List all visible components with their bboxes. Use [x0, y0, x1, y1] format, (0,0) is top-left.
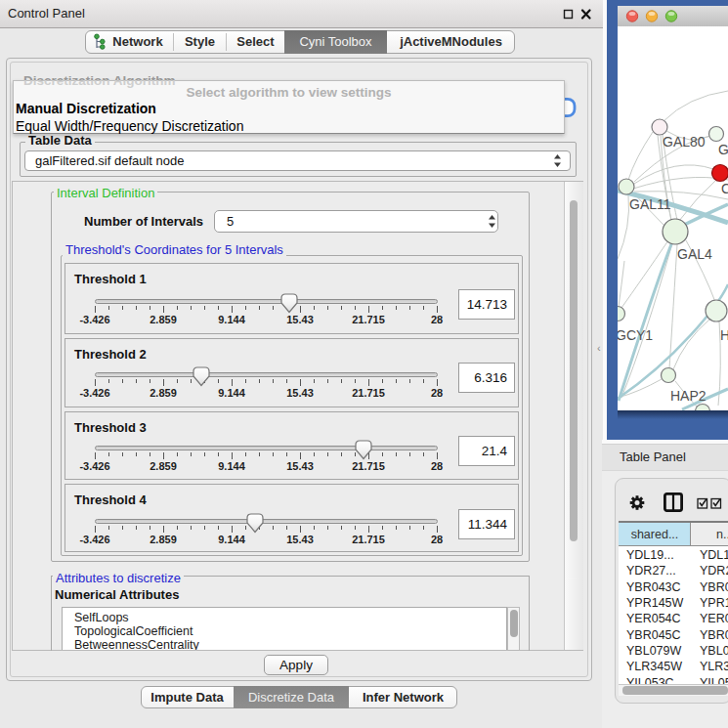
svg-text:H: H: [720, 327, 728, 343]
svg-text:GA: GA: [718, 142, 728, 157]
svg-text:HAP2: HAP2: [670, 388, 707, 404]
svg-text:C: C: [721, 181, 728, 196]
svg-text:GAL80: GAL80: [663, 134, 706, 150]
svg-text:GAL4: GAL4: [677, 246, 712, 262]
svg-text:GCY1: GCY1: [618, 327, 653, 343]
svg-text:GAL11: GAL11: [629, 196, 671, 212]
